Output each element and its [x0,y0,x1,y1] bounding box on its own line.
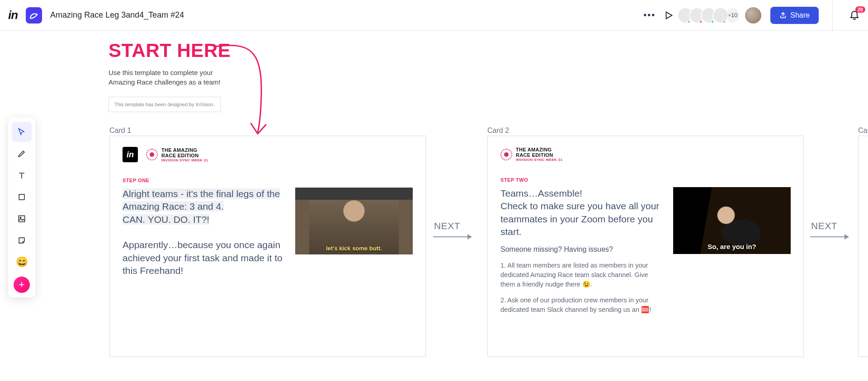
arrow-right-icon [432,232,473,241]
current-user-avatar[interactable] [744,6,762,24]
card-1-media-caption: let's kick some butt. [295,245,413,252]
card-1-media[interactable]: let's kick some butt. [295,188,413,254]
next-label: NEXT [434,221,460,231]
app-header: in Amazing Race Leg 3and4_Team #24 ••• +… [0,0,868,31]
card-1-text[interactable]: Alright teams - it's the final legs of t… [123,188,283,277]
template-credit-badge: This template has been designed by InVis… [108,97,221,112]
arrow-right-icon [809,232,850,241]
card-1-step-label: STEP ONE [123,178,413,183]
notification-count-badge: 28 [855,6,865,13]
share-label: Share [790,11,810,19]
present-icon[interactable] [664,10,674,20]
next-arrow-2: NEXT [811,221,837,231]
card-2-text[interactable]: Teams…Assemble! Check to make sure you h… [500,187,660,321]
card-2-media-caption: So, are you in? [673,243,791,250]
next-arrow-1: NEXT [434,221,460,231]
card-2[interactable]: THE AMAZINGRACE EDITION INVISION SYNC WE… [487,136,804,357]
svg-marker-5 [467,234,472,240]
card-3-label: Car [858,127,868,135]
start-here-title: START HERE [108,40,262,61]
svg-marker-0 [666,12,672,19]
share-button[interactable]: Share [770,7,819,24]
freehand-logo[interactable] [26,7,42,24]
card-2-media[interactable]: So, are you in? [673,187,791,254]
card-2-logos: THE AMAZINGRACE EDITION INVISION SYNC WE… [500,147,791,162]
card-3[interactable] [858,136,868,357]
svg-marker-7 [844,234,849,240]
card-1-logos: in THE AMAZINGRACE EDITION INVISION SYNC… [123,147,413,162]
freehand-canvas[interactable]: START HERE Use this template to complete… [0,31,868,381]
race-edition-icon [146,149,158,160]
race-edition-icon [500,149,512,160]
next-label: NEXT [811,221,837,231]
document-title[interactable]: Amazing Race Leg 3and4_Team #24 [50,10,184,20]
avatar[interactable] [712,7,729,24]
card-2-label: Card 2 [487,127,509,135]
card-1[interactable]: in THE AMAZINGRACE EDITION INVISION SYNC… [109,136,426,357]
notifications-button[interactable]: 28 [846,9,868,22]
invision-badge-icon: in [123,147,138,162]
collaborator-avatars[interactable]: +10 [682,6,762,24]
more-menu-icon[interactable]: ••• [643,10,656,20]
invision-logo[interactable]: in [8,8,18,22]
start-here-block[interactable]: START HERE Use this template to complete… [108,40,262,112]
start-here-subtitle: Use this template to complete your Amazi… [108,68,226,87]
card-2-step-label: STEP TWO [500,177,791,183]
card-1-label: Card 1 [109,127,131,135]
